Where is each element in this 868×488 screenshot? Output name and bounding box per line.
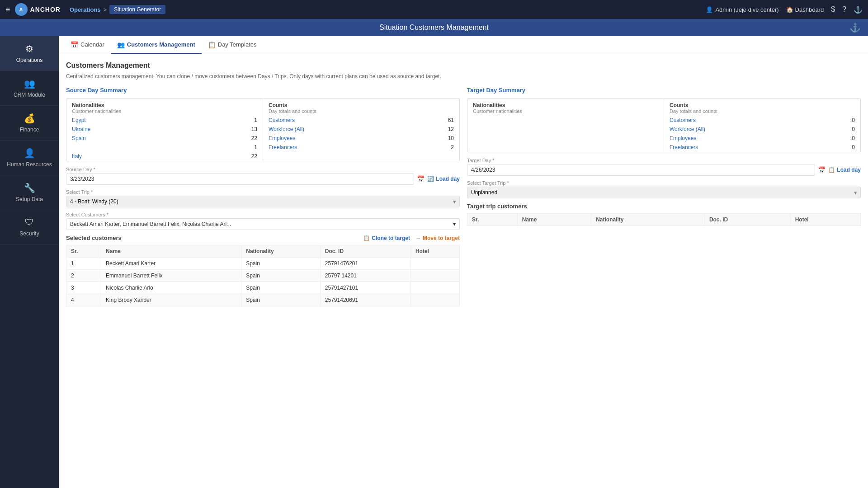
count-name[interactable]: Employees [269, 135, 295, 141]
target-day-calendar-icon[interactable]: 📅 [818, 166, 826, 174]
operations-icon: ⚙ [25, 43, 33, 54]
target-day-input[interactable] [467, 164, 815, 176]
source-customers-multiselect[interactable]: Beckett Amari Karter, Emmanuel Barrett F… [66, 218, 460, 230]
menu-hamburger[interactable]: ≡ [5, 5, 10, 14]
tab-day-templates[interactable]: 📋 Day Templates [202, 36, 263, 54]
move-to-target-button[interactable]: → Move to target [415, 235, 460, 241]
nationality-name[interactable]: Italy [72, 153, 82, 160]
source-customers-label: Select Customers * [66, 212, 460, 217]
target-load-refresh-icon: 📋 [828, 167, 835, 173]
row-name: Beckett Amari Karter [101, 258, 241, 270]
count-value: 0 [852, 126, 855, 132]
target-nationalities-header: Nationalities Customer nationalities [467, 99, 664, 116]
row-name: Emmanuel Barrett Felix [101, 270, 241, 282]
count-name[interactable]: Customers [670, 117, 696, 123]
dollar-icon[interactable]: $ [831, 5, 835, 14]
logo-icon: A [15, 3, 28, 16]
sidebar-item-security[interactable]: 🛡Security [0, 210, 59, 244]
row-docid: 25791427101 [320, 282, 410, 294]
breadcrumb-operations[interactable]: Operations [70, 6, 101, 13]
content-area: 📅 Calendar 👥 Customers Management 📋 Day … [59, 36, 868, 488]
dashboard-button[interactable]: 🏠 Dashboard [786, 6, 824, 13]
list-item: 1 [66, 143, 263, 152]
help-icon[interactable]: ? [842, 5, 846, 14]
crm-module-icon: 👥 [24, 78, 35, 89]
source-nationalities-panel: Nationalities Customer nationalities Egy… [66, 99, 263, 161]
target-section-title: Target Day Summary [467, 87, 861, 94]
source-day-calendar-icon[interactable]: 📅 [417, 175, 425, 183]
target-customers-table: Sr. Name Nationality Doc. ID Hotel [467, 213, 861, 226]
list-item: Employees0 [664, 134, 860, 143]
source-counts-sub: Day totals and counts [269, 108, 454, 114]
source-day-field: Source Day * 📅 🔄 Load day [66, 167, 460, 185]
list-item: Employees10 [263, 134, 459, 143]
source-counts-list: Customers61Workforce (All)12Employees10F… [263, 116, 459, 152]
nationality-name[interactable]: Ukraine [72, 126, 90, 132]
row-name: Nicolas Charlie Arlo [101, 282, 241, 294]
list-item: Egypt1 [66, 116, 263, 125]
count-value: 0 [852, 144, 855, 150]
nationality-count: 1 [254, 117, 257, 123]
count-name[interactable]: Workforce (All) [269, 126, 304, 132]
tab-calendar[interactable]: 📅 Calendar [64, 36, 111, 54]
source-load-refresh-icon: 🔄 [427, 176, 434, 182]
list-item: Freelancers0 [664, 143, 860, 152]
selected-customers-table-body: 1 Beckett Amari Karter Spain 25791476201… [66, 258, 460, 306]
user-info[interactable]: 👤 Admin (Jeje dive center) [706, 6, 778, 13]
sidebar-item-finance[interactable]: 💰Finance [0, 106, 59, 141]
source-load-day-button[interactable]: 🔄 Load day [427, 176, 460, 182]
sidebar-item-crm-module[interactable]: 👥CRM Module [0, 71, 59, 106]
count-name[interactable]: Freelancers [269, 144, 297, 150]
sidebar-item-human-resources[interactable]: 👤Human Resources [0, 141, 59, 175]
target-trip-select-wrapper[interactable]: Unplanned ▾ [467, 187, 861, 198]
row-sr: 1 [66, 258, 101, 270]
source-trip-label: Select Trip * [66, 189, 460, 195]
target-load-day-button[interactable]: 📋 Load day [828, 167, 861, 173]
count-name[interactable]: Workforce (All) [670, 126, 705, 132]
row-sr: 2 [66, 270, 101, 282]
target-trip-customers-title: Target trip customers [467, 203, 861, 210]
setup-data-icon: 🔧 [24, 183, 35, 193]
nationality-name[interactable]: Spain [72, 135, 86, 141]
target-customers-table-header: Sr. Name Nationality Doc. ID Hotel [467, 214, 861, 226]
calendar-tab-icon: 📅 [71, 41, 78, 48]
nationality-name[interactable]: Egypt [72, 117, 86, 123]
page-description: Centralized customers management. You ca… [66, 73, 861, 80]
logo-text: ANCHOR [30, 6, 61, 13]
list-item: Italy22 [66, 152, 263, 161]
dashboard-label: Dashboard [795, 6, 824, 13]
anchor-subtitle-icon: ⚓ [849, 22, 861, 33]
row-docid: 25791420691 [320, 294, 410, 306]
clone-icon: 📋 [363, 235, 370, 241]
list-item: Freelancers2 [263, 143, 459, 152]
target-trip-select[interactable]: Unplanned [467, 187, 861, 198]
nationality-count: 22 [251, 135, 257, 141]
source-trip-select[interactable]: 4 - Boat: Windy (20) [66, 196, 460, 207]
sidebar-item-operations[interactable]: ⚙Operations [0, 36, 59, 71]
target-counts-sub: Day totals and counts [670, 108, 855, 114]
col-nationality: Nationality [241, 245, 321, 258]
row-docid: 25791476201 [320, 258, 410, 270]
top-bar: ≡ A ANCHOR Operations > Situation Genera… [0, 0, 868, 19]
source-trip-select-wrapper[interactable]: 4 - Boat: Windy (20) ▾ [66, 196, 460, 207]
count-name[interactable]: Customers [269, 117, 295, 123]
page-content: Customers Management Centralized custome… [59, 54, 868, 488]
tab-bar: 📅 Calendar 👥 Customers Management 📋 Day … [59, 36, 868, 54]
dashboard-icon: 🏠 [786, 6, 793, 13]
nationality-count: 22 [251, 153, 257, 160]
count-name[interactable]: Employees [670, 135, 696, 141]
source-counts-title: Counts [269, 102, 454, 108]
tab-customers-management[interactable]: 👥 Customers Management [111, 36, 202, 54]
sidebar-item-setup-data[interactable]: 🔧Setup Data [0, 175, 59, 210]
count-value: 2 [451, 144, 454, 150]
target-nat-title: Nationalities [473, 102, 658, 108]
source-nat-title: Nationalities [72, 102, 257, 108]
count-name[interactable]: Freelancers [670, 144, 698, 150]
target-trip-field: Select Target Trip * Unplanned ▾ [467, 180, 861, 198]
source-day-input[interactable] [66, 173, 414, 185]
clone-to-target-button[interactable]: 📋 Clone to target [363, 235, 410, 241]
target-counts-list: Customers0Workforce (All)0Employees0Free… [664, 116, 860, 152]
nationality-count: 1 [254, 144, 257, 150]
anchor-top-icon: ⚓ [854, 5, 863, 14]
sidebar-label-finance: Finance [20, 127, 39, 133]
